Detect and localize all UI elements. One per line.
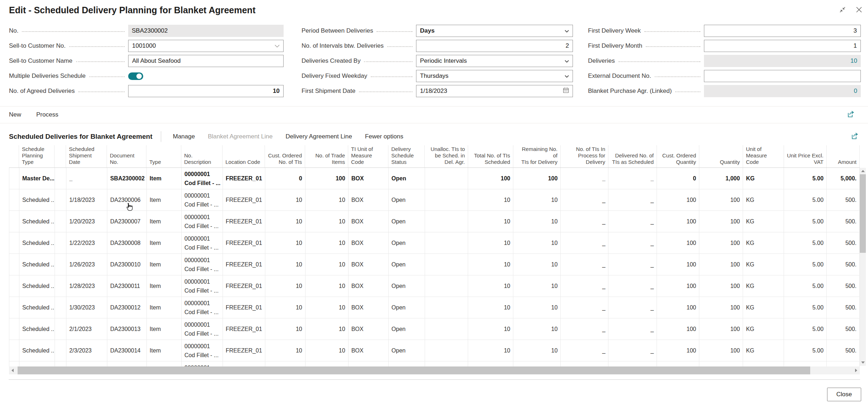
cell-scheduled-shipment-date[interactable]: 1/22/2023: [66, 232, 107, 254]
column-header-cust-ordered-quantity[interactable]: Cust. Ordered Quantity: [657, 145, 699, 167]
column-header-ti-unit-of-measure-code[interactable]: TI Unit of Measure Code: [348, 145, 388, 167]
share-icon[interactable]: [847, 110, 855, 119]
cell-amount[interactable]: 5,000.: [827, 168, 860, 189]
column-header-spacer[interactable]: [55, 145, 66, 167]
first-shipment-date-input[interactable]: 1/18/2023: [416, 85, 573, 97]
cell-location-code[interactable]: FREEZER_01: [223, 232, 265, 254]
cell-delivered-no-of-tis-as-scheduled[interactable]: _: [608, 189, 657, 210]
cell-delivery-schedule-status[interactable]: Open: [389, 189, 425, 210]
cell-no-of-trade-items[interactable]: 10: [305, 275, 349, 297]
cell-quantity[interactable]: 1,000: [699, 168, 743, 189]
cell-unit-price-excl-vat[interactable]: 5.00: [784, 318, 827, 340]
cell-ti-unit-of-measure-code[interactable]: BOX: [349, 297, 389, 318]
first-delivery-month-input[interactable]: 1: [704, 40, 861, 52]
cell-document-no[interactable]: DA2300010: [107, 254, 147, 275]
cell-remaining-no-of-tis-for-delivery[interactable]: 10: [513, 254, 561, 275]
no-of-intervals-input[interactable]: 2: [416, 40, 573, 52]
cell-ti-unit-of-measure-code[interactable]: BOX: [349, 189, 389, 210]
column-header-unit-of-measure-code[interactable]: Unit of Measure Code: [743, 145, 784, 167]
cell-no-description[interactable]: 00000001Cod Fillet - ...: [182, 189, 223, 210]
cell-cust-ordered-no-of-tis[interactable]: 10: [265, 340, 305, 361]
first-delivery-week-input[interactable]: 3: [704, 25, 861, 37]
cell-scheduled-shipment-date[interactable]: _: [66, 168, 107, 189]
cell-remaining-no-of-tis-for-delivery[interactable]: 10: [513, 275, 561, 297]
delivery-agreement-line-menu-button[interactable]: Delivery Agreement Line: [285, 133, 352, 140]
cell-unit-of-measure-code[interactable]: KG: [743, 340, 784, 361]
cell-no-description[interactable]: 00000001Cod Fillet - ...: [182, 254, 223, 275]
process-menu-button[interactable]: Process: [36, 111, 58, 118]
cell-location-code[interactable]: FREEZER_01: [223, 275, 265, 297]
cell-scheduled-shipment-date[interactable]: 1/20/2023: [66, 211, 107, 232]
column-header-document-no[interactable]: Document No.: [107, 145, 146, 167]
cell-delivered-no-of-tis-as-scheduled[interactable]: _: [608, 232, 657, 254]
cell-no-description[interactable]: 00000001Cod Fillet - ...: [182, 318, 223, 340]
cell-amount[interactable]: 500.: [827, 189, 860, 210]
cell-delivery-schedule-status[interactable]: Open: [389, 211, 425, 232]
cell-total-no-of-tis-scheduled[interactable]: 10: [468, 232, 513, 254]
cell-document-no[interactable]: DA2300014: [107, 340, 147, 361]
cell-unit-price-excl-vat[interactable]: 5.00: [784, 340, 827, 361]
period-between-deliveries-select[interactable]: Days: [416, 25, 573, 37]
cell-row-selector[interactable]: [9, 254, 19, 275]
cell-quantity[interactable]: 100: [699, 189, 743, 210]
column-header-row-selector[interactable]: [9, 145, 19, 167]
cell-document-no[interactable]: SBA2300002: [107, 168, 147, 189]
scroll-right-arrow-icon[interactable]: [855, 369, 857, 372]
cell-remaining-no-of-tis-for-delivery[interactable]: [513, 361, 561, 366]
column-header-delivered-no-of-tis-as-scheduled[interactable]: Delivered No. of TIs as Scheduled: [608, 145, 657, 167]
column-header-no-description[interactable]: No. Description: [181, 145, 223, 167]
cell-no-description[interactable]: 00000001Cod Fillet - ...: [182, 275, 223, 297]
cell-location-code[interactable]: FREEZER_01: [223, 211, 265, 232]
cell-no-description[interactable]: 00000001Cod Fillet - ...: [182, 232, 223, 254]
cell-unit-price-excl-vat[interactable]: 5.00: [784, 232, 827, 254]
cell-unalloc-tis-to-be-sched[interactable]: [425, 211, 468, 232]
cell-delivered-no-of-tis-as-scheduled[interactable]: [608, 361, 657, 366]
cell-type[interactable]: Item: [147, 275, 182, 297]
cell-no-of-trade-items[interactable]: 10: [305, 297, 349, 318]
cell-document-no[interactable]: [107, 361, 147, 366]
cell-unit-of-measure-code[interactable]: KG: [743, 168, 784, 189]
cell-no-of-trade-items[interactable]: 10: [305, 189, 349, 210]
cell-unit-price-excl-vat[interactable]: [784, 361, 827, 366]
cell-delivered-no-of-tis-as-scheduled[interactable]: _: [608, 168, 657, 189]
cell-row-selector[interactable]: [9, 189, 19, 210]
cell-unit-of-measure-code[interactable]: KG: [743, 232, 784, 254]
sell-to-customer-no-combo[interactable]: 1001000: [128, 40, 284, 52]
column-header-unit-price-excl-vat[interactable]: Unit Price Excl. VAT: [784, 145, 827, 167]
cell-unit-price-excl-vat[interactable]: 5.00: [784, 168, 827, 189]
cell-no-of-tis-in-process-for-delivery[interactable]: _: [561, 189, 608, 210]
cell-cust-ordered-quantity[interactable]: 100: [657, 211, 699, 232]
cell-no-of-trade-items[interactable]: 10: [305, 340, 349, 361]
cell-no-of-trade-items[interactable]: 100: [305, 168, 349, 189]
cell-remaining-no-of-tis-for-delivery[interactable]: 10: [513, 232, 561, 254]
cell-schedule-planning-type[interactable]: Scheduled ...: [19, 318, 55, 340]
cell-unit-of-measure-code[interactable]: KG: [743, 318, 784, 340]
manage-menu-button[interactable]: Manage: [173, 133, 195, 140]
cell-remaining-no-of-tis-for-delivery[interactable]: 10: [513, 189, 561, 210]
cell-ti-unit-of-measure-code[interactable]: [349, 361, 389, 366]
cell-schedule-planning-type[interactable]: Scheduled ...: [19, 211, 55, 232]
cell-amount[interactable]: 500.: [827, 254, 860, 275]
cell-document-no[interactable]: DA2300011: [107, 275, 147, 297]
cell-type[interactable]: Item: [147, 168, 182, 189]
column-header-cust-ordered-no-of-tis[interactable]: Cust. Ordered No. of TIs: [265, 145, 305, 167]
fewer-options-menu-button[interactable]: Fewer options: [365, 133, 403, 140]
cell-schedule-planning-type[interactable]: Scheduled ...: [19, 340, 55, 361]
column-header-unalloc-tis-to-be-sched[interactable]: Unalloc. TIs to be Sched. in Del. Agr.: [425, 145, 468, 167]
cell-document-no[interactable]: DA2300008: [107, 232, 147, 254]
cell-scheduled-shipment-date[interactable]: 1/28/2023: [66, 275, 107, 297]
cell-cust-ordered-quantity[interactable]: [657, 361, 699, 366]
cell-location-code[interactable]: FREEZER_01: [223, 297, 265, 318]
cell-no-of-tis-in-process-for-delivery[interactable]: [561, 361, 608, 366]
cell-unalloc-tis-to-be-sched[interactable]: [425, 189, 468, 210]
cell-cust-ordered-quantity[interactable]: 100: [657, 297, 699, 318]
cell-type[interactable]: Item: [147, 340, 182, 361]
cell-schedule-planning-type[interactable]: Scheduled ...: [19, 297, 55, 318]
cell-location-code[interactable]: [223, 361, 265, 366]
cell-no-of-tis-in-process-for-delivery[interactable]: _: [561, 297, 608, 318]
cell-total-no-of-tis-scheduled[interactable]: 10: [468, 340, 513, 361]
cell-row-selector[interactable]: [9, 232, 19, 254]
sell-to-customer-name-input[interactable]: All About Seafood: [128, 55, 284, 67]
new-menu-button[interactable]: New: [9, 111, 21, 118]
cell-unit-price-excl-vat[interactable]: 5.00: [784, 211, 827, 232]
